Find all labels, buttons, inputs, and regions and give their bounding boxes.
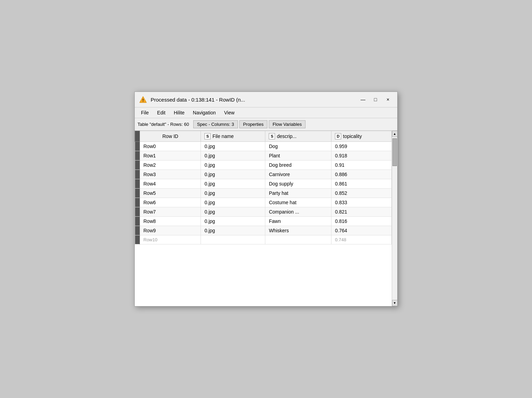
table-row: Row8 0.jpg Fawn 0.816 [135, 217, 392, 226]
table-row: Row3 0.jpg Carnivore 0.886 [135, 170, 392, 179]
description-cell: Dog supply [265, 179, 331, 189]
topicality-cell: 0.861 [331, 179, 392, 189]
scrollbar[interactable]: ▲ ▼ [392, 131, 397, 306]
filename-cell [201, 235, 265, 244]
topicality-cell: 0.918 [331, 151, 392, 161]
window-controls: — □ × [358, 95, 393, 104]
menu-view[interactable]: View [221, 109, 238, 116]
info-bar: Table "default" - Rows: 60 Spec - Column… [135, 118, 397, 131]
col-type-s-filename: S [204, 133, 211, 139]
row-id-cell: Row0 [140, 142, 201, 151]
properties-button[interactable]: Properties [239, 120, 267, 128]
data-table: Row ID S File name S descrip... [135, 131, 392, 244]
filename-cell: 0.jpg [201, 198, 265, 207]
filename-cell: 0.jpg [201, 189, 265, 198]
scroll-down-button[interactable]: ▼ [392, 300, 398, 306]
menu-hilite[interactable]: Hilite [170, 109, 188, 116]
table-header-row: Row ID S File name S descrip... [135, 131, 392, 142]
filename-cell: 0.jpg [201, 179, 265, 189]
row-indicator-cell [135, 151, 140, 161]
row-indicator-cell [135, 179, 140, 189]
row-id-cell: Row1 [140, 151, 201, 161]
col-header-topicality: D topicality [331, 131, 392, 142]
row-indicator-header [135, 131, 140, 142]
row-indicator-cell [135, 161, 140, 170]
table-row: Row2 0.jpg Dog breed 0.91 [135, 161, 392, 170]
table-row: Row9 0.jpg Whiskers 0.764 [135, 226, 392, 235]
row-id-cell: Row5 [140, 189, 201, 198]
topicality-cell: 0.959 [331, 142, 392, 151]
description-cell: Carnivore [265, 170, 331, 179]
col-header-rowid: Row ID [140, 131, 201, 142]
close-button[interactable]: × [383, 95, 393, 104]
col-type-d-topicality: D [335, 133, 341, 139]
table-row-partial: Row10 0.748 [135, 235, 392, 244]
app-icon: ! [139, 95, 147, 104]
title-bar: ! Processed data - 0:138:141 - RowID (n.… [135, 92, 397, 107]
topicality-cell: 0.833 [331, 198, 392, 207]
description-cell: Party hat [265, 189, 331, 198]
row-indicator-cell [135, 235, 140, 244]
row-id-cell: Row8 [140, 217, 201, 226]
table-row: Row5 0.jpg Party hat 0.852 [135, 189, 392, 198]
description-cell: Costume hat [265, 198, 331, 207]
description-cell: Whiskers [265, 226, 331, 235]
topicality-cell: 0.91 [331, 161, 392, 170]
row-indicator-cell [135, 207, 140, 217]
row-id-cell: Row4 [140, 179, 201, 189]
row-id-cell: Row7 [140, 207, 201, 217]
filename-cell: 0.jpg [201, 170, 265, 179]
description-cell: Companion ... [265, 207, 331, 217]
spec-button[interactable]: Spec - Columns: 3 [193, 120, 238, 128]
table-info: Table "default" - Rows: 60 [138, 122, 192, 127]
filename-cell: 0.jpg [201, 226, 265, 235]
maximize-button[interactable]: □ [370, 95, 381, 104]
table-scroll[interactable]: Row ID S File name S descrip... [135, 131, 392, 306]
filename-cell: 0.jpg [201, 217, 265, 226]
description-cell [265, 235, 331, 244]
menu-bar: File Edit Hilite Navigation View [135, 107, 397, 118]
row-id-cell: Row6 [140, 198, 201, 207]
description-cell: Plant [265, 151, 331, 161]
topicality-cell: 0.852 [331, 189, 392, 198]
topicality-cell: 0.821 [331, 207, 392, 217]
minimize-button[interactable]: — [358, 95, 368, 104]
table-row: Row7 0.jpg Companion ... 0.821 [135, 207, 392, 217]
table-row: Row1 0.jpg Plant 0.918 [135, 151, 392, 161]
topicality-cell: 0.886 [331, 170, 392, 179]
description-cell: Fawn [265, 217, 331, 226]
row-id-cell: Row9 [140, 226, 201, 235]
row-indicator-cell [135, 142, 140, 151]
scrollbar-thumb[interactable] [392, 138, 397, 166]
menu-edit[interactable]: Edit [154, 109, 169, 116]
topicality-cell: 0.764 [331, 226, 392, 235]
row-id-cell: Row10 [140, 235, 201, 244]
table-body: Row0 0.jpg Dog 0.959 Row1 0.jpg Plant 0.… [135, 142, 392, 244]
scrollbar-thumb-area [392, 137, 397, 300]
row-indicator-cell [135, 170, 140, 179]
row-indicator-cell [135, 226, 140, 235]
filename-cell: 0.jpg [201, 161, 265, 170]
filename-cell: 0.jpg [201, 207, 265, 217]
filename-cell: 0.jpg [201, 142, 265, 151]
description-cell: Dog breed [265, 161, 331, 170]
table-container: Row ID S File name S descrip... [135, 131, 397, 306]
col-header-filename: S File name [201, 131, 265, 142]
row-indicator-cell [135, 217, 140, 226]
row-id-cell: Row3 [140, 170, 201, 179]
col-header-description: S descrip... [265, 131, 331, 142]
topicality-cell: 0.748 [331, 235, 392, 244]
scroll-up-button[interactable]: ▲ [392, 131, 398, 137]
row-indicator-cell [135, 189, 140, 198]
main-window: ! Processed data - 0:138:141 - RowID (n.… [134, 92, 398, 306]
menu-file[interactable]: File [138, 109, 152, 116]
table-row: Row0 0.jpg Dog 0.959 [135, 142, 392, 151]
menu-navigation[interactable]: Navigation [189, 109, 219, 116]
topicality-cell: 0.816 [331, 217, 392, 226]
svg-text:!: ! [142, 98, 144, 102]
row-id-cell: Row2 [140, 161, 201, 170]
description-cell: Dog [265, 142, 331, 151]
table-row: Row4 0.jpg Dog supply 0.861 [135, 179, 392, 189]
flow-variables-button[interactable]: Flow Variables [269, 120, 305, 128]
col-type-s-description: S [269, 133, 275, 139]
